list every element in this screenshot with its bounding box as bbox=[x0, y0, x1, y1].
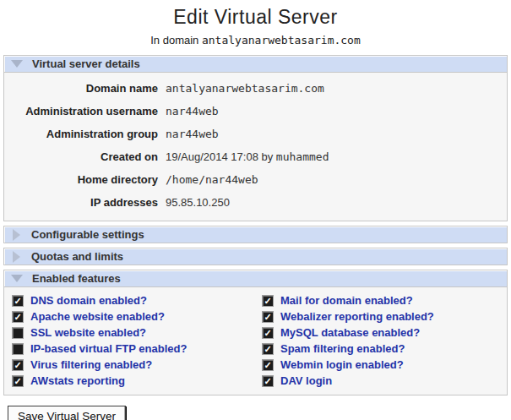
feature-label-link[interactable]: Webmin login enabled? bbox=[280, 358, 404, 371]
checkbox-ssl-website[interactable] bbox=[12, 327, 24, 339]
section-header-label: Configurable settings bbox=[31, 228, 144, 241]
feature-label-link[interactable]: Webalizer reporting enabled? bbox=[280, 310, 434, 323]
detail-value: 95.85.10.250 bbox=[166, 196, 230, 209]
feature-label-link[interactable]: DAV login bbox=[280, 374, 332, 387]
detail-row-ip-addresses: IP addresses 95.85.10.250 bbox=[4, 191, 507, 214]
main-content: Virtual server details Domain name antal… bbox=[3, 55, 508, 420]
checkbox-mysql-database[interactable] bbox=[262, 327, 274, 339]
checkbox-awstats-reporting[interactable] bbox=[12, 375, 24, 387]
feature-label-link[interactable]: Virus filtering enabled? bbox=[30, 358, 152, 371]
button-row: Save Virtual Server bbox=[8, 406, 508, 420]
checkbox-spam-filtering[interactable] bbox=[262, 343, 274, 355]
feature-row-webmin-login: Webmin login enabled? bbox=[256, 357, 505, 373]
feature-label-link[interactable]: Mail for domain enabled? bbox=[280, 294, 413, 307]
checkbox-dav-login[interactable] bbox=[262, 375, 274, 387]
detail-label: Administration username bbox=[4, 105, 158, 117]
detail-row-administration-username: Administration username nar44web bbox=[4, 100, 507, 123]
enabled-features-panel: DNS domain enabled? Apache website enabl… bbox=[3, 287, 508, 395]
section-header-enabled-features[interactable]: Enabled features bbox=[3, 270, 508, 287]
detail-value: nar44web bbox=[166, 128, 219, 140]
feature-row-webalizer-reporting: Webalizer reporting enabled? bbox=[256, 308, 505, 325]
feature-row-spam-filtering: Spam filtering enabled? bbox=[256, 341, 505, 357]
detail-row-home-directory: Home directory /home/nar44web bbox=[4, 168, 507, 191]
detail-row-administration-group: Administration group nar44web bbox=[4, 123, 507, 145]
subtitle-prefix: In domain bbox=[150, 34, 198, 46]
section-header-label: Quotas and limits bbox=[31, 250, 123, 263]
checkbox-webmin-login[interactable] bbox=[262, 359, 274, 371]
feature-row-dav-login: DAV login bbox=[256, 373, 505, 389]
expand-arrow-icon bbox=[13, 251, 20, 263]
features-right-column: Mail for domain enabled? Webalizer repor… bbox=[256, 292, 505, 389]
feature-row-dns-domain: DNS domain enabled? bbox=[6, 292, 256, 308]
checkbox-mail-for-domain[interactable] bbox=[262, 295, 274, 307]
section-header-quotas-and-limits[interactable]: Quotas and limits bbox=[3, 248, 508, 265]
checkbox-dns-domain[interactable] bbox=[12, 295, 24, 307]
detail-label: Administration group bbox=[4, 128, 158, 140]
feature-label-link[interactable]: SSL website enabled? bbox=[30, 326, 146, 339]
detail-row-domain-name: Domain name antalyanarwebtasarim.com bbox=[4, 77, 507, 100]
feature-label-link[interactable]: Spam filtering enabled? bbox=[280, 342, 405, 355]
page-title: Edit Virtual Server bbox=[0, 6, 511, 29]
section-header-configurable-settings[interactable]: Configurable settings bbox=[3, 226, 508, 243]
detail-row-created-on: Created on 19/Aug/2014 17:08 by muhammed bbox=[4, 145, 507, 168]
detail-value: /home/nar44web bbox=[166, 173, 258, 186]
collapse-arrow-icon bbox=[11, 275, 23, 282]
creator-username: muhammed bbox=[276, 150, 329, 163]
expand-arrow-icon bbox=[13, 229, 20, 241]
subtitle-domain: antalyanarwebtasarim.com bbox=[202, 34, 361, 46]
virtual-server-details-panel: Domain name antalyanarwebtasarim.com Adm… bbox=[3, 73, 508, 221]
feature-label-link[interactable]: MySQL database enabled? bbox=[280, 326, 420, 339]
detail-label: IP addresses bbox=[4, 196, 158, 209]
section-header-label: Virtual server details bbox=[32, 57, 140, 70]
feature-row-mail-for-domain: Mail for domain enabled? bbox=[256, 292, 505, 308]
feature-label-link[interactable]: AWstats reporting bbox=[30, 374, 125, 387]
feature-label-link[interactable]: IP-based virtual FTP enabled? bbox=[30, 342, 187, 355]
detail-label: Created on bbox=[4, 150, 158, 163]
checkbox-apache-website[interactable] bbox=[12, 311, 24, 323]
feature-row-mysql-database: MySQL database enabled? bbox=[256, 325, 505, 341]
feature-row-virus-filtering: Virus filtering enabled? bbox=[6, 357, 256, 373]
section-header-label: Enabled features bbox=[32, 272, 121, 285]
feature-row-ssl-website: SSL website enabled? bbox=[6, 325, 256, 341]
collapse-arrow-icon bbox=[11, 60, 23, 68]
feature-label-link[interactable]: DNS domain enabled? bbox=[30, 294, 147, 307]
detail-value: nar44web bbox=[166, 105, 219, 117]
save-virtual-server-button[interactable]: Save Virtual Server bbox=[8, 406, 126, 420]
feature-row-apache-website: Apache website enabled? bbox=[6, 308, 256, 325]
detail-label: Home directory bbox=[4, 173, 158, 186]
checkbox-virus-filtering[interactable] bbox=[12, 359, 24, 371]
page-subtitle: In domain antalyanarwebtasarim.com bbox=[0, 34, 511, 46]
feature-row-ip-based-virtual-ftp: IP-based virtual FTP enabled? bbox=[6, 341, 256, 357]
detail-value: 19/Aug/2014 17:08 by muhammed bbox=[166, 150, 329, 163]
feature-label-link[interactable]: Apache website enabled? bbox=[30, 310, 165, 323]
detail-label: Domain name bbox=[4, 82, 158, 95]
section-header-virtual-server-details[interactable]: Virtual server details bbox=[3, 55, 508, 73]
feature-row-awstats-reporting: AWstats reporting bbox=[6, 373, 256, 389]
features-left-column: DNS domain enabled? Apache website enabl… bbox=[6, 292, 256, 389]
checkbox-ip-based-virtual-ftp[interactable] bbox=[12, 343, 24, 355]
domain-name-link[interactable]: antalyanarwebtasarim.com bbox=[166, 82, 324, 95]
checkbox-webalizer-reporting[interactable] bbox=[262, 311, 274, 323]
